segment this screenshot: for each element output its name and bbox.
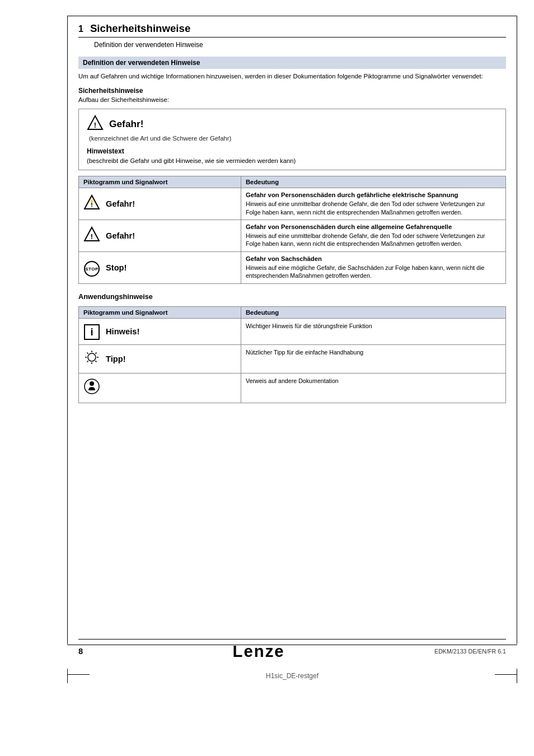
svg-point-7 <box>88 353 96 361</box>
aufbau-label: Sicherheitshinweise <box>78 87 506 95</box>
svg-line-14 <box>95 352 96 353</box>
page-number: 8 <box>78 647 83 656</box>
table-row: i Hinweis! Wichtiger Hinweis für die stö… <box>79 318 506 344</box>
warning-box-subtitle: (kennzeichnet die Art und die Schwere de… <box>89 135 498 142</box>
bedeutung-cell-2: Gefahr von Personenschäden durch eine al… <box>241 220 505 252</box>
table2-col2-header: Bedeutung <box>241 306 505 318</box>
main-content: 1 Sicherheitshinweise Definition der ver… <box>78 22 506 409</box>
section-title: Sicherheitshinweise <box>90 22 190 35</box>
svg-line-12 <box>87 352 88 353</box>
blue-bar: Definition der verwendeten Hinweise <box>78 57 506 69</box>
bedeutung-cell-5: Nützlicher Tipp für die einfache Handhab… <box>241 344 505 373</box>
tip-icon <box>83 349 100 368</box>
table2: Piktogramm und Signalwort Bedeutung i Hi… <box>78 306 506 403</box>
table-row: Verweis auf andere Dokumentation <box>79 373 506 403</box>
warning-box-title: Gefahr! <box>109 118 144 130</box>
table-row: STOP Stop! Gefahr von Sachschäden Hinwei… <box>79 251 506 283</box>
info-icon: i <box>83 323 100 340</box>
section-subtitle: Definition der verwendeten Hinweise <box>94 41 506 49</box>
table2-col1-header: Piktogramm und Signalwort <box>79 306 241 318</box>
table-row: Tipp! Nützlicher Tipp für die einfache H… <box>79 344 506 373</box>
lenze-logo: Lenze <box>233 642 285 661</box>
hinweistext-sub: (beschreibt die Gefahr und gibt Hinweise… <box>87 157 498 164</box>
signal-label-1: Gefahr! <box>106 199 135 208</box>
filename: H1sic_DE-restgef <box>266 672 318 680</box>
table1-col2-header: Bedeutung <box>241 176 505 188</box>
bedeutung-cell-6: Verweis auf andere Dokumentation <box>241 373 505 403</box>
footer: 8 Lenze EDKM/2133 DE/EN/FR 6.1 <box>78 639 506 661</box>
table-row: ! Gefahr! Gefahr von Personenschäden dur… <box>79 220 506 252</box>
warning-triangle-icon: ! <box>87 115 104 133</box>
electric-triangle-icon: ⚡ ! <box>83 194 100 213</box>
svg-line-13 <box>95 361 96 362</box>
svg-point-17 <box>90 381 94 386</box>
table1-col1-header: Piktogramm und Signalwort <box>79 176 241 188</box>
stop-icon: STOP <box>83 258 100 277</box>
table-row: ⚡ ! Gefahr! Gefahr von Personenschäden d… <box>79 188 506 220</box>
book-icon <box>83 378 100 398</box>
doc-reference: EDKM/2133 DE/EN/FR 6.1 <box>434 648 506 655</box>
svg-text:!: ! <box>94 121 96 129</box>
signal-label-3: Stop! <box>106 263 127 272</box>
bedeutung-cell-1: Gefahr von Personenschäden durch gefährl… <box>241 188 505 220</box>
signal-label-2: Gefahr! <box>106 231 135 240</box>
bedeutung-cell-4: Wichtiger Hinweis für die störungsfreie … <box>241 318 505 344</box>
hinweistext-label: Hinweistext <box>87 147 498 155</box>
section-number: 1 <box>78 24 83 34</box>
intro-text: Um auf Gefahren und wichtige Information… <box>78 72 506 81</box>
svg-text:!: ! <box>91 232 93 241</box>
general-triangle-icon: ! <box>83 226 100 245</box>
anwendungshinweise-header: Anwendungshinweise <box>78 293 506 301</box>
table1: Piktogramm und Signalwort Bedeutung <box>78 176 506 283</box>
signal-label-4: Hinweis! <box>106 327 139 336</box>
signal-label-5: Tipp! <box>106 354 126 363</box>
bedeutung-cell-3: Gefahr von Sachschäden Hinweis auf eine … <box>241 251 505 283</box>
svg-point-16 <box>85 379 99 394</box>
section-header: 1 Sicherheitshinweise <box>78 22 506 38</box>
warning-box: ! Gefahr! (kennzeichnet die Art und die … <box>78 109 506 170</box>
svg-line-15 <box>87 361 88 362</box>
footer-filename-area: H1sic_DE-restgef <box>67 669 517 683</box>
aufbau-sub: Aufbau der Sicherheitshinweise: <box>78 96 506 103</box>
svg-text:!: ! <box>91 202 93 208</box>
